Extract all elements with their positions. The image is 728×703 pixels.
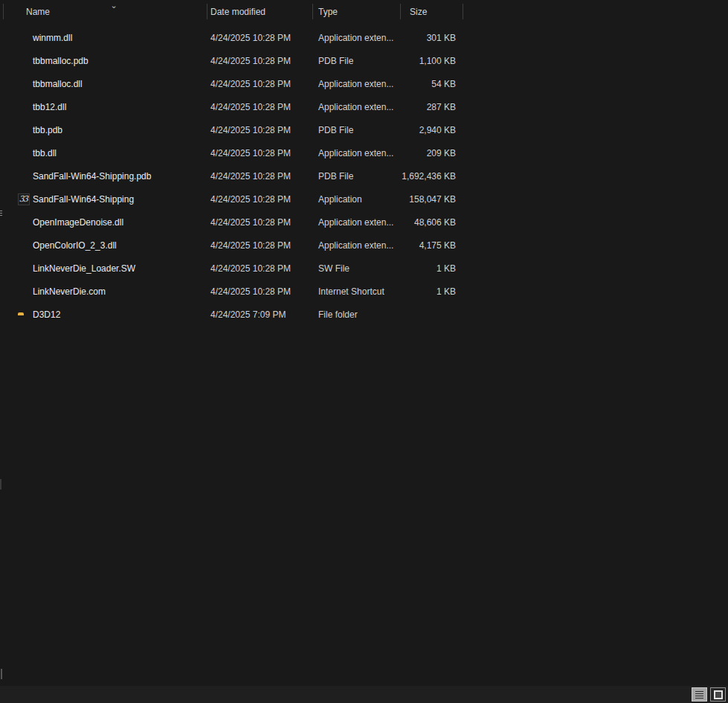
large-icons-view-icon (714, 690, 723, 699)
file-row[interactable]: tbbmalloc.dll4/24/2025 10:28 PMApplicati… (0, 72, 728, 95)
file-name: LinkNeverDie_Loader.SW (33, 257, 135, 280)
column-header-type[interactable]: Type (318, 0, 338, 23)
column-resize-handle[interactable] (207, 4, 207, 19)
file-type: PDB File (318, 164, 353, 187)
file-name: tbbmalloc.dll (33, 72, 83, 95)
file-type: SW File (318, 257, 349, 280)
file-type: Application exten... (318, 211, 393, 234)
edge-artifact (0, 479, 1, 489)
column-header-size[interactable]: Size (410, 0, 427, 23)
details-view-button[interactable] (692, 687, 707, 702)
file-row[interactable]: LinkNeverDie_Loader.SW4/24/2025 10:28 PM… (0, 257, 728, 280)
file-row[interactable]: OpenImageDenoise.dll4/24/2025 10:28 PMAp… (0, 211, 728, 234)
sort-descending-chevron-icon: ⌄ (109, 0, 119, 10)
file-date: 4/24/2025 10:28 PM (210, 187, 291, 211)
file-row[interactable]: LinkNeverDie.com4/24/2025 10:28 PMIntern… (0, 280, 728, 303)
file-row[interactable]: D3D124/24/2025 7:09 PMFile folder (0, 303, 728, 326)
file-date: 4/24/2025 10:28 PM (210, 141, 291, 164)
file-type: Application exten... (318, 141, 393, 164)
file-row[interactable]: SandFall-Win64-Shipping.pdb4/24/2025 10:… (0, 164, 728, 187)
file-name: SandFall-Win64-Shipping.pdb (33, 164, 151, 187)
column-resize-handle[interactable] (3, 4, 4, 19)
file-type: PDB File (318, 118, 353, 141)
file-size: 1 KB (400, 280, 456, 303)
file-row[interactable]: tbb.dll4/24/2025 10:28 PMApplication ext… (0, 141, 728, 164)
file-name: SandFall-Win64-Shipping (33, 187, 134, 211)
file-size: 4,175 KB (400, 234, 456, 257)
file-row[interactable]: tbbmalloc.pdb4/24/2025 10:28 PMPDB File1… (0, 49, 728, 72)
file-name: tbb.pdb (33, 118, 62, 141)
file-type: File folder (318, 303, 358, 326)
file-size: 301 KB (400, 26, 456, 49)
column-header: ⌄ Name Date modified Type Size (0, 0, 728, 23)
file-name: tbb12.dll (33, 95, 66, 118)
file-name: winmm.dll (33, 26, 72, 49)
file-size: 1,100 KB (400, 49, 456, 72)
file-size: 1,692,436 KB (400, 164, 456, 187)
file-date: 4/24/2025 10:28 PM (210, 26, 291, 49)
file-name: LinkNeverDie.com (33, 280, 106, 303)
application-33-icon (18, 193, 30, 205)
column-resize-handle[interactable] (463, 4, 463, 19)
file-date: 4/24/2025 10:28 PM (210, 95, 291, 118)
column-header-name[interactable]: Name (26, 0, 50, 23)
file-list: winmm.dll4/24/2025 10:28 PMApplication e… (0, 26, 728, 326)
file-size: 209 KB (400, 141, 456, 164)
status-bar (0, 686, 728, 703)
column-resize-handle[interactable] (400, 4, 401, 19)
file-type: Application (318, 187, 362, 211)
file-date: 4/24/2025 10:28 PM (210, 72, 291, 95)
file-type: PDB File (318, 49, 353, 72)
file-name: OpenImageDenoise.dll (33, 211, 123, 234)
large-icons-view-button[interactable] (710, 687, 726, 702)
file-name: OpenColorIO_2_3.dll (33, 234, 117, 257)
file-date: 4/24/2025 7:09 PM (210, 303, 286, 326)
details-view-icon (695, 691, 703, 699)
file-type: Application exten... (318, 234, 393, 257)
file-size: 2,940 KB (400, 118, 456, 141)
file-date: 4/24/2025 10:28 PM (210, 49, 291, 72)
file-date: 4/24/2025 10:28 PM (210, 211, 291, 234)
file-row[interactable]: winmm.dll4/24/2025 10:28 PMApplication e… (0, 26, 728, 49)
file-size (400, 303, 456, 326)
file-date: 4/24/2025 10:28 PM (210, 280, 291, 303)
file-date: 4/24/2025 10:28 PM (210, 234, 291, 257)
file-size: 48,606 KB (400, 211, 456, 234)
file-type: Application exten... (318, 26, 393, 49)
file-size: 54 KB (400, 72, 456, 95)
file-name: tbb.dll (33, 141, 57, 164)
file-size: 287 KB (400, 95, 456, 118)
file-row[interactable]: tbb.pdb4/24/2025 10:28 PMPDB File2,940 K… (0, 118, 728, 141)
file-type: Internet Shortcut (318, 280, 384, 303)
file-date: 4/24/2025 10:28 PM (210, 257, 291, 280)
file-name: tbbmalloc.pdb (33, 49, 88, 72)
file-row[interactable]: OpenColorIO_2_3.dll4/24/2025 10:28 PMApp… (0, 234, 728, 257)
file-name: D3D12 (33, 303, 60, 326)
edge-artifact (1, 669, 2, 679)
file-type: Application exten... (318, 95, 393, 118)
file-row[interactable]: SandFall-Win64-Shipping4/24/2025 10:28 P… (0, 187, 728, 211)
file-date: 4/24/2025 10:28 PM (210, 118, 291, 141)
file-size: 158,047 KB (400, 187, 456, 211)
file-size: 1 KB (400, 257, 456, 280)
file-type: Application exten... (318, 72, 393, 95)
column-header-date-modified[interactable]: Date modified (210, 0, 265, 23)
file-date: 4/24/2025 10:28 PM (210, 164, 291, 187)
edge-artifact (0, 211, 2, 217)
column-resize-handle[interactable] (312, 4, 313, 19)
file-row[interactable]: tbb12.dll4/24/2025 10:28 PMApplication e… (0, 95, 728, 118)
